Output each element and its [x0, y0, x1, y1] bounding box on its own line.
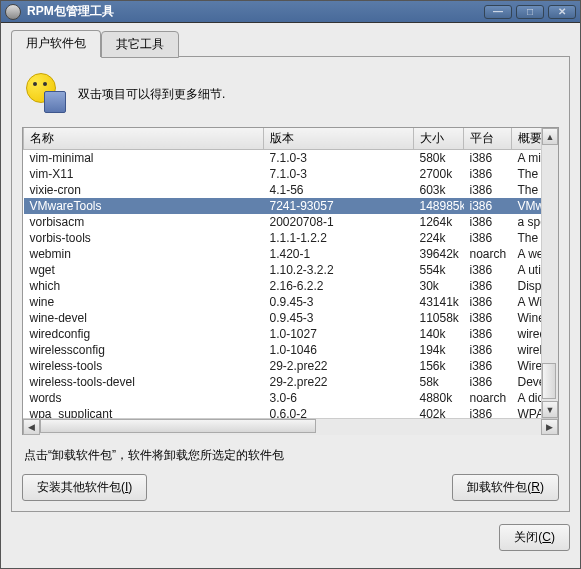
scroll-left-arrow[interactable]: ◀: [23, 419, 40, 435]
main-window: RPM包管理工具 — □ ✕ 用户软件包 其它工具 双击项目可以得到更多细节.: [0, 0, 581, 569]
close-window-button[interactable]: ✕: [548, 5, 576, 19]
hscroll-thumb[interactable]: [40, 419, 316, 433]
app-icon: [5, 4, 21, 20]
tab-other-tools[interactable]: 其它工具: [101, 31, 179, 58]
scroll-down-arrow[interactable]: ▼: [542, 401, 558, 418]
cell-name: which: [24, 278, 264, 294]
cell-platform: i386: [464, 342, 512, 358]
cell-version: 7241-93057: [264, 198, 414, 214]
table-row[interactable]: wireless-tools29-2.pre22156ki386Wirele: [24, 358, 559, 374]
footer-note: 点击“卸载软件包”，软件将卸载您所选定的软件包: [24, 447, 557, 464]
cell-size: 58k: [414, 374, 464, 390]
table-row[interactable]: wine-devel0.9.45-311058ki386Wine: [24, 310, 559, 326]
cell-platform: i386: [464, 374, 512, 390]
cell-size: 43141k: [414, 294, 464, 310]
table-body: vim-minimal7.1.0-3580ki386A minvim-X117.…: [24, 150, 559, 419]
cell-name: VMwareTools: [24, 198, 264, 214]
cell-size: 402k: [414, 406, 464, 419]
cell-platform: i386: [464, 326, 512, 342]
table-row[interactable]: words3.0-64880knoarchA dict: [24, 390, 559, 406]
table-row[interactable]: vorbisacm20020708-11264ki386a spe: [24, 214, 559, 230]
install-other-button[interactable]: 安装其他软件包(I): [22, 474, 147, 501]
cell-version: 0.9.45-3: [264, 294, 414, 310]
minimize-button[interactable]: —: [484, 5, 512, 19]
cell-name: wget: [24, 262, 264, 278]
cell-size: 4880k: [414, 390, 464, 406]
cell-size: 194k: [414, 342, 464, 358]
table-row[interactable]: webmin1.420-139642knoarchA web: [24, 246, 559, 262]
cell-name: wireless-tools: [24, 358, 264, 374]
table-row[interactable]: vixie-cron4.1-56603ki386The V: [24, 182, 559, 198]
table-row[interactable]: wiredconfig1.0-1027140ki386wired: [24, 326, 559, 342]
cell-platform: i386: [464, 182, 512, 198]
cell-name: vim-X11: [24, 166, 264, 182]
cell-platform: noarch: [464, 246, 512, 262]
cell-name: wirelessconfig: [24, 342, 264, 358]
table-row[interactable]: vim-minimal7.1.0-3580ki386A min: [24, 150, 559, 166]
table-row[interactable]: wireless-tools-devel29-2.pre2258ki386Dev…: [24, 374, 559, 390]
cell-version: 4.1-56: [264, 182, 414, 198]
tab-panel: 双击项目可以得到更多细节. 名称 版本 大小 平台: [11, 56, 570, 512]
table-row[interactable]: VMwareTools7241-93057148985ki386VMwa: [24, 198, 559, 214]
hint-icon: [26, 73, 68, 115]
cell-platform: i386: [464, 150, 512, 166]
cell-version: 1.1.1-1.2.2: [264, 230, 414, 246]
titlebar[interactable]: RPM包管理工具 — □ ✕: [1, 1, 580, 23]
cell-size: 2700k: [414, 166, 464, 182]
cell-version: 7.1.0-3: [264, 150, 414, 166]
cell-name: wine-devel: [24, 310, 264, 326]
cell-version: 1.0-1027: [264, 326, 414, 342]
cell-platform: i386: [464, 406, 512, 419]
bottom-bar: 关闭(C): [1, 516, 580, 559]
col-header-version[interactable]: 版本: [264, 128, 414, 150]
cell-version: 0.6.0-2: [264, 406, 414, 419]
cell-name: webmin: [24, 246, 264, 262]
cell-platform: i386: [464, 294, 512, 310]
cell-name: wiredconfig: [24, 326, 264, 342]
cell-version: 29-2.pre22: [264, 374, 414, 390]
maximize-button[interactable]: □: [516, 5, 544, 19]
vscroll-track[interactable]: [542, 145, 558, 401]
table-row[interactable]: which2.16-6.2.230ki386Displa: [24, 278, 559, 294]
cell-platform: i386: [464, 278, 512, 294]
cell-name: vorbisacm: [24, 214, 264, 230]
hscroll-track[interactable]: [40, 419, 541, 435]
col-header-size[interactable]: 大小: [414, 128, 464, 150]
table-row[interactable]: wpa_supplicant0.6.0-2402ki386WPA/: [24, 406, 559, 419]
vertical-scrollbar[interactable]: ▲ ▼: [541, 128, 558, 418]
cell-platform: i386: [464, 166, 512, 182]
uninstall-button[interactable]: 卸载软件包(R): [452, 474, 559, 501]
scroll-right-arrow[interactable]: ▶: [541, 419, 558, 435]
cell-size: 603k: [414, 182, 464, 198]
cell-name: wireless-tools-devel: [24, 374, 264, 390]
vscroll-thumb[interactable]: [542, 363, 556, 399]
table-row[interactable]: wine0.9.45-343141ki386A Win: [24, 294, 559, 310]
table-row[interactable]: wirelessconfig1.0-1046194ki386wirele: [24, 342, 559, 358]
cell-name: vim-minimal: [24, 150, 264, 166]
package-table-container: 名称 版本 大小 平台 概要 vim-minimal7.1.0-3580ki38…: [22, 127, 559, 435]
package-table: 名称 版本 大小 平台 概要 vim-minimal7.1.0-3580ki38…: [23, 128, 558, 418]
cell-name: wpa_supplicant: [24, 406, 264, 419]
table-row[interactable]: vorbis-tools1.1.1-1.2.2224ki386The V: [24, 230, 559, 246]
panel-button-row: 安装其他软件包(I) 卸载软件包(R): [22, 474, 559, 501]
table-row[interactable]: wget1.10.2-3.2.2554ki386A utili: [24, 262, 559, 278]
hint-text: 双击项目可以得到更多细节.: [78, 86, 225, 103]
cell-size: 148985k: [414, 198, 464, 214]
cell-platform: i386: [464, 214, 512, 230]
scroll-up-arrow[interactable]: ▲: [542, 128, 558, 145]
cell-size: 39642k: [414, 246, 464, 262]
table-header-row: 名称 版本 大小 平台 概要: [24, 128, 559, 150]
col-header-name[interactable]: 名称: [24, 128, 264, 150]
window-title: RPM包管理工具: [27, 3, 484, 20]
cell-name: vixie-cron: [24, 182, 264, 198]
cell-size: 156k: [414, 358, 464, 374]
tab-user-packages[interactable]: 用户软件包: [11, 30, 101, 57]
cell-version: 1.0-1046: [264, 342, 414, 358]
horizontal-scrollbar[interactable]: ◀ ▶: [23, 418, 558, 435]
tab-bar: 用户软件包 其它工具: [11, 30, 570, 57]
cell-platform: noarch: [464, 390, 512, 406]
col-header-platform[interactable]: 平台: [464, 128, 512, 150]
close-button[interactable]: 关闭(C): [499, 524, 570, 551]
cell-version: 29-2.pre22: [264, 358, 414, 374]
table-row[interactable]: vim-X117.1.0-32700ki386The V: [24, 166, 559, 182]
